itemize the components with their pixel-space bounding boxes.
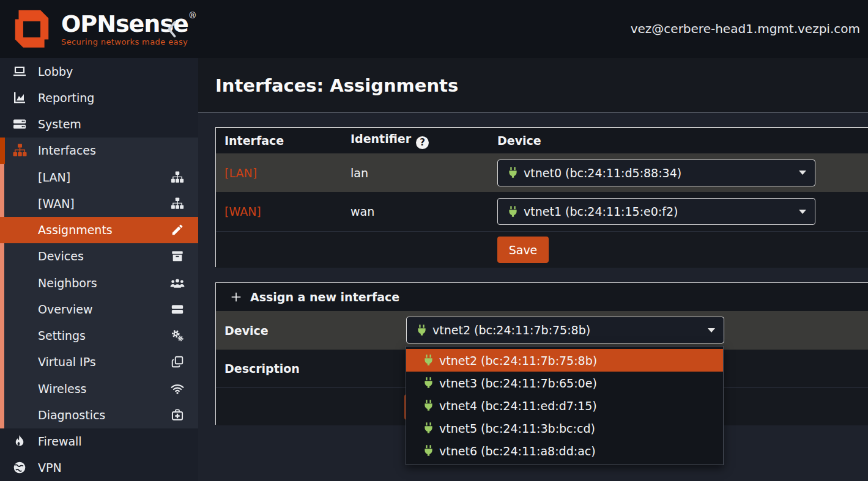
sidebar-item-neighbors[interactable]: Neighbors [0,270,198,296]
sidebar-collapse-chevron-icon[interactable] [163,20,181,39]
plug-icon [422,422,435,435]
plug-icon [422,399,435,412]
sidebar-item-label: Wireless [38,382,87,395]
medkit-icon [169,408,186,422]
server-icon [7,117,32,131]
device-label: Device [216,324,269,337]
assign-device-row: Device vtnet2 (bc:24:11:7b:75:8b) [216,311,868,350]
plug-icon [422,444,435,457]
sidebar-item-vpn[interactable]: VPN [0,455,198,481]
interface-name-wan[interactable]: [WAN] [216,205,342,218]
dropdown-option-vtnet5[interactable]: vtnet5 (bc:24:11:3b:bc:cd) [406,417,723,439]
assignments-table: Interface Identifier? Device [LAN] lan v… [215,127,868,267]
interfaces-submenu: [LAN] [WAN] [0,164,198,428]
sidebar-item-label: Devices [38,249,84,263]
assign-panel-title: Assign a new interface [250,290,399,304]
sidebar-item-label: System [38,117,81,131]
device-cell: vtnet0 (bc:24:11:d5:88:34) [489,160,868,186]
new-device-select[interactable]: vtnet2 (bc:24:11:7b:75:8b) [406,317,724,343]
sidebar-item-label: Virtual IPs [38,355,96,369]
help-question-icon[interactable]: ? [416,136,429,149]
archive-icon [169,249,186,263]
dropdown-option-vtnet2[interactable]: vtnet2 (bc:24:11:7b:75:8b) [406,349,723,372]
sidebar-item-label: Neighbors [38,276,97,290]
pencil-icon [169,223,186,237]
brand-registered-mark: ® [188,10,197,20]
identifier-lan: lan [342,166,489,180]
sidebar-item-reporting[interactable]: Reporting [0,84,198,111]
column-header-identifier: Identifier? [342,132,489,149]
option-label: vtnet6 (bc:24:11:a8:dd:ac) [439,444,596,458]
page-title: Interfaces: Assignments [215,75,458,96]
wifi-icon [169,382,186,395]
plug-icon [415,324,428,337]
plug-icon [422,354,435,367]
table-row-save: Save [216,231,868,268]
caret-down-icon [799,210,806,214]
sidebar-nav: Lobby Reporting System [0,58,198,481]
option-label: vtnet4 (bc:24:11:ed:d7:15) [439,399,597,413]
opnsense-logo-icon[interactable] [9,6,55,53]
column-header-label: Identifier [351,132,411,145]
gears-icon [169,329,186,342]
sidebar-item-firewall[interactable]: Firewall [0,428,198,455]
sidebar-item-assignments[interactable]: Assignments [0,217,198,243]
sidebar-item-lan[interactable]: [LAN] [0,164,198,190]
sidebar-item-wireless[interactable]: Wireless [0,375,198,402]
dropdown-option-vtnet6[interactable]: vtnet6 (bc:24:11:a8:dd:ac) [406,439,723,462]
save-button[interactable]: Save [497,237,549,263]
fire-icon [7,434,32,449]
sidebar-item-devices[interactable]: Devices [0,243,198,270]
selected-device-label: vtnet0 (bc:24:11:d5:88:34) [524,166,681,180]
sitemap-icon [7,143,32,158]
sidebar-item-overview[interactable]: Overview [0,296,198,322]
sidebar-item-interfaces[interactable]: Interfaces [0,138,198,164]
identifier-wan: wan [342,205,489,218]
plus-icon [229,290,243,304]
sidebar-item-virtual-ips[interactable]: Virtual IPs [0,349,198,375]
dropdown-option-vtnet4[interactable]: vtnet4 (bc:24:11:ed:d7:15) [406,394,723,417]
selected-device-label: vtnet2 (bc:24:11:7b:75:8b) [432,323,590,337]
active-section-edge [0,138,5,164]
sidebar-item-wan[interactable]: [WAN] [0,190,198,216]
logged-in-user[interactable]: vez@cerbere-head1.mgmt.vezpi.com [631,0,860,58]
sidebar-item-label: VPN [38,461,62,474]
sidebar-item-system[interactable]: System [0,111,198,138]
caret-down-icon [708,328,715,332]
assign-panel-header: Assign a new interface [216,283,868,311]
globe-icon [7,460,32,475]
sidebar-item-label: Diagnostics [38,408,105,422]
selected-device-label: vtnet1 (bc:24:11:15:e0:f2) [524,205,678,218]
dropdown-option-vtnet3[interactable]: vtnet3 (bc:24:11:7b:65:0e) [406,372,723,394]
main-content: Interfaces: Assignments Interface Identi… [198,58,868,481]
table-header-row: Interface Identifier? Device [216,128,868,153]
lan-device-select[interactable]: vtnet0 (bc:24:11:d5:88:34) [497,160,815,186]
sidebar-item-label: Lobby [38,65,73,78]
table-row-wan: [WAN] wan vtnet1 (bc:24:11:15:e0:f2) [216,192,868,231]
plug-icon [506,166,519,179]
sitemap-icon [169,197,186,210]
users-icon [169,276,186,290]
sidebar-item-label: Assignments [38,223,113,237]
column-header-device: Device [489,134,868,147]
option-label: vtnet5 (bc:24:11:3b:bc:cd) [439,422,595,435]
sidebar-item-label: Overview [38,303,92,316]
sidebar-item-lobby[interactable]: Lobby [0,58,198,84]
interface-name-lan[interactable]: [LAN] [216,166,342,180]
sidebar-item-diagnostics[interactable]: Diagnostics [0,402,198,428]
stack-icon [169,303,186,316]
clone-icon [169,355,186,369]
sidebar-item-settings[interactable]: Settings [0,323,198,349]
wan-device-select[interactable]: vtnet1 (bc:24:11:15:e0:f2) [497,198,815,225]
plug-icon [506,205,519,218]
top-header: OPNsense® Securing networks made easy ve… [0,0,868,58]
save-cell: Save [489,237,868,263]
sidebar-item-label: Interfaces [38,144,96,157]
sidebar-item-label: Firewall [38,435,82,448]
device-dropdown-menu: vtnet2 (bc:24:11:7b:75:8b) vtnet3 (bc:24… [406,346,724,465]
option-label: vtnet3 (bc:24:11:7b:65:0e) [439,376,597,390]
sidebar-item-label: Reporting [38,91,94,105]
title-bar: Interfaces: Assignments [198,58,868,112]
option-label: vtnet2 (bc:24:11:7b:75:8b) [439,354,597,367]
sitemap-icon [169,171,186,184]
